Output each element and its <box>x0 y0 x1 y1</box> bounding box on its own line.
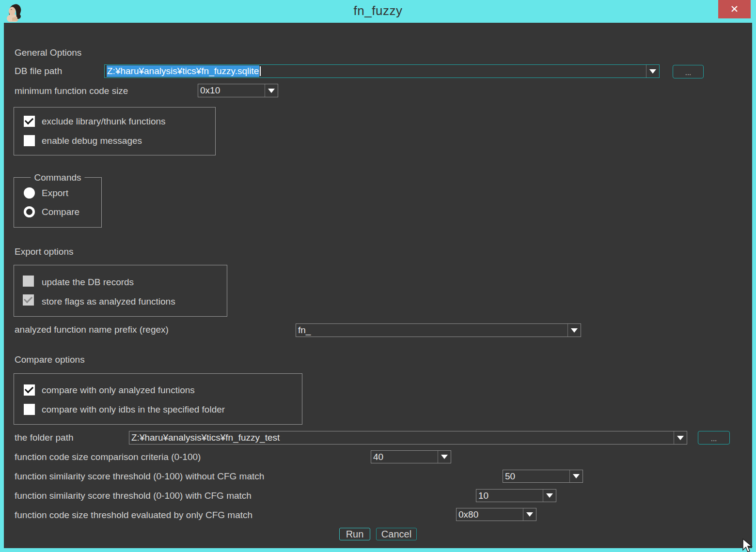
window-title: fn_fuzzy <box>0 0 756 21</box>
store-flags-checkbox[interactable] <box>23 294 34 306</box>
size-threshold-cfg-value[interactable]: 0x80 <box>457 508 523 521</box>
compare-analyzed-label[interactable]: compare with only analyzed functions <box>42 384 195 396</box>
run-button[interactable]: Run <box>339 528 370 540</box>
check-icon <box>25 116 33 124</box>
export-radio[interactable] <box>24 187 35 199</box>
criteria-dropdown[interactable] <box>438 451 451 463</box>
close-icon: ✕ <box>730 3 739 15</box>
folder-path-dropdown[interactable] <box>674 431 687 444</box>
min-code-size-dropdown[interactable] <box>265 84 278 97</box>
compare-radio[interactable] <box>24 206 35 217</box>
store-flags-label[interactable]: store flags as analyzed functions <box>42 296 175 307</box>
general-options-heading: General Options <box>15 47 81 59</box>
chevron-down-icon <box>441 455 448 459</box>
min-code-size-combo[interactable]: 0x10 <box>198 84 278 97</box>
threshold-without-cfg-dropdown[interactable] <box>569 470 583 482</box>
threshold-with-cfg-combo[interactable]: 10 <box>476 489 556 502</box>
size-threshold-cfg-combo[interactable]: 0x80 <box>456 508 536 521</box>
prefix-value[interactable]: fn_ <box>296 324 567 337</box>
update-db-label[interactable]: update the DB records <box>42 276 134 288</box>
compare-options-heading: Compare options <box>15 354 85 366</box>
chevron-down-icon <box>546 493 553 498</box>
chevron-down-icon <box>526 512 533 517</box>
threshold-without-cfg-label: function similarity score threshold (0-1… <box>15 471 264 482</box>
min-code-size-value[interactable]: 0x10 <box>198 84 265 97</box>
enable-debug-label[interactable]: enable debug messages <box>42 135 142 147</box>
compare-idbs-label[interactable]: compare with only idbs in the specified … <box>42 404 225 415</box>
db-file-path-value[interactable]: Z:¥haru¥analysis¥tics¥fn_fuzzy.sqlite <box>105 65 646 77</box>
mouse-cursor <box>741 538 754 552</box>
exclude-library-checkbox[interactable] <box>24 116 35 127</box>
check-icon <box>24 294 32 303</box>
criteria-label: function code size comparison criteria (… <box>15 451 201 463</box>
commands-group-legend: Commands <box>31 171 84 184</box>
db-file-path-selected-text: Z:¥haru¥analysis¥tics¥fn_fuzzy.sqlite <box>107 65 259 77</box>
threshold-with-cfg-value[interactable]: 10 <box>476 490 543 502</box>
radio-dot-icon <box>26 209 32 215</box>
min-code-size-label: minimum function code size <box>15 85 128 97</box>
db-file-path-dropdown[interactable] <box>646 65 659 77</box>
compare-radio-label[interactable]: Compare <box>42 206 79 218</box>
size-threshold-cfg-dropdown[interactable] <box>523 508 536 521</box>
compare-checkbox-group: compare with only analyzed functions com… <box>14 373 302 425</box>
criteria-combo[interactable]: 40 <box>371 450 451 463</box>
export-options-heading: Export options <box>15 246 73 258</box>
commands-group: Commands Export Compare <box>14 177 102 228</box>
chevron-down-icon <box>268 89 275 93</box>
chevron-down-icon <box>649 69 656 74</box>
compare-analyzed-checkbox[interactable] <box>24 384 35 396</box>
cancel-button[interactable]: Cancel <box>376 528 417 540</box>
chevron-down-icon <box>573 474 580 478</box>
fn-fuzzy-dialog: fn_fuzzy ✕ General Options DB file path … <box>0 0 756 552</box>
threshold-with-cfg-label: function similarity score threshold (0-1… <box>15 490 252 502</box>
chevron-down-icon <box>677 436 684 440</box>
update-db-checkbox[interactable] <box>23 276 34 287</box>
check-icon <box>25 384 33 393</box>
threshold-with-cfg-dropdown[interactable] <box>543 490 556 502</box>
db-file-path-combo[interactable]: Z:¥haru¥analysis¥tics¥fn_fuzzy.sqlite <box>104 64 660 78</box>
threshold-without-cfg-value[interactable]: 50 <box>503 470 569 482</box>
folder-path-combo[interactable]: Z:¥haru¥analysis¥tics¥fn_fuzzy_test <box>129 431 687 445</box>
db-file-path-label: DB file path <box>15 65 62 77</box>
compare-idbs-checkbox[interactable] <box>24 404 35 415</box>
enable-debug-checkbox[interactable] <box>24 135 35 146</box>
prefix-label: analyzed function name prefix (regex) <box>15 324 169 336</box>
db-file-path-browse-button[interactable]: ... <box>673 65 704 78</box>
prefix-combo[interactable]: fn_ <box>296 323 581 337</box>
exclude-library-label[interactable]: exclude library/thunk functions <box>42 116 166 127</box>
prefix-dropdown[interactable] <box>567 324 581 337</box>
threshold-without-cfg-combo[interactable]: 50 <box>503 470 583 483</box>
titlebar[interactable]: fn_fuzzy ✕ <box>0 0 756 23</box>
folder-path-value[interactable]: Z:¥haru¥analysis¥tics¥fn_fuzzy_test <box>129 431 674 444</box>
dialog-content: General Options DB file path Z:¥haru¥ana… <box>4 23 752 548</box>
close-button[interactable]: ✕ <box>718 0 751 18</box>
folder-path-label: the folder path <box>15 432 73 444</box>
export-radio-label[interactable]: Export <box>42 187 68 199</box>
text-caret <box>260 66 261 76</box>
size-threshold-cfg-label: function code size threshold evaluated b… <box>15 509 252 521</box>
chevron-down-icon <box>571 328 578 333</box>
export-checkbox-group: update the DB records store flags as ana… <box>14 265 227 317</box>
criteria-value[interactable]: 40 <box>371 451 438 463</box>
general-checkbox-group: exclude library/thunk functions enable d… <box>14 107 216 155</box>
folder-path-browse-button[interactable]: ... <box>698 431 730 445</box>
